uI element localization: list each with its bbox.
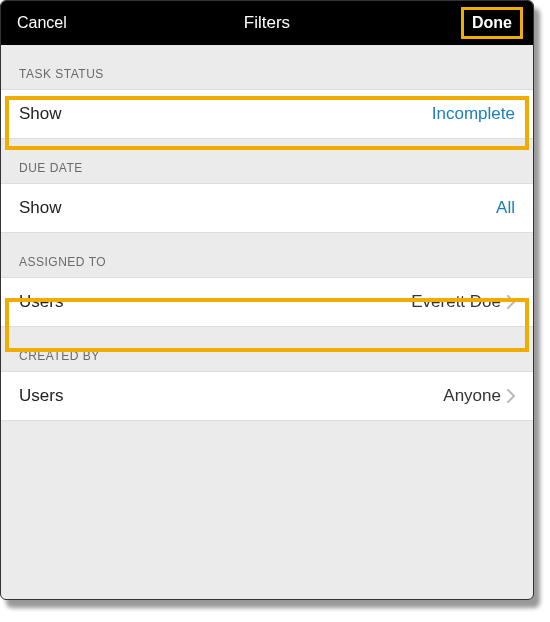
row-label: Users [19,292,63,312]
row-label: Users [19,386,63,406]
done-button[interactable]: Done [461,7,523,39]
row-due-date[interactable]: Show All [1,183,533,233]
chevron-right-icon [507,389,515,403]
row-value: Incomplete [432,104,515,124]
row-value: Anyone [443,386,501,406]
filters-screen: Cancel Filters Done TASK STATUS Show Inc… [0,0,534,600]
row-label: Show [19,198,62,218]
row-assigned-to[interactable]: Users Everett Doe [1,277,533,327]
header-bar: Cancel Filters Done [1,1,533,45]
chevron-right-icon [507,295,515,309]
filters-content: TASK STATUS Show Incomplete DUE DATE Sho… [1,45,533,421]
section-header-assigned-to: ASSIGNED TO [1,233,533,277]
row-task-status[interactable]: Show Incomplete [1,89,533,139]
page-title: Filters [244,13,290,33]
section-header-created-by: CREATED BY [1,327,533,371]
cancel-button[interactable]: Cancel [11,10,73,36]
row-value: All [496,198,515,218]
row-value: Everett Doe [411,292,501,312]
section-header-task-status: TASK STATUS [1,45,533,89]
row-label: Show [19,104,62,124]
section-header-due-date: DUE DATE [1,139,533,183]
row-created-by[interactable]: Users Anyone [1,371,533,421]
